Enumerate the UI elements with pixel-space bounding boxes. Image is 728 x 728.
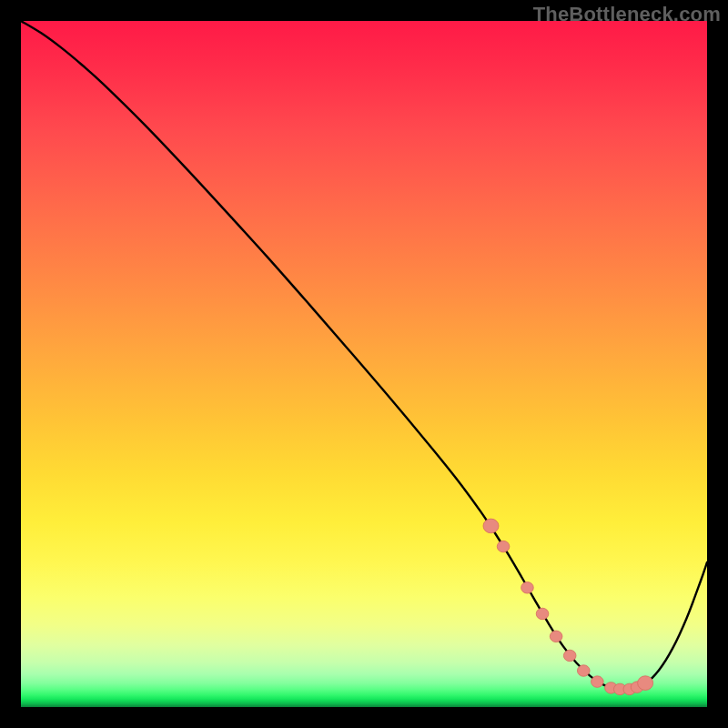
bottleneck-curve xyxy=(21,21,707,690)
curve-marker xyxy=(497,541,510,552)
chart-stage: TheBottleneck.com xyxy=(0,0,728,728)
curve-marker xyxy=(563,650,576,662)
curve-marker xyxy=(536,608,549,620)
curve-marker xyxy=(638,676,653,691)
curve-marker xyxy=(577,665,590,677)
curve-marker xyxy=(521,582,534,594)
curve-marker xyxy=(592,676,604,688)
curve-layer xyxy=(21,21,707,707)
plot-area xyxy=(21,21,707,707)
curve-marker xyxy=(550,631,562,642)
marker-group xyxy=(483,519,653,695)
curve-marker xyxy=(483,519,499,533)
watermark-text: TheBottleneck.com xyxy=(533,3,721,26)
